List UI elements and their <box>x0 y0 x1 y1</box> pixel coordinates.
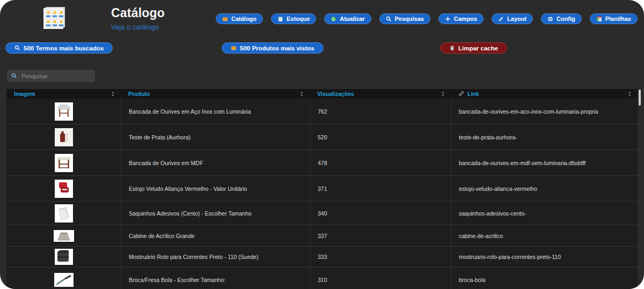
nav-button-label: Planilhas <box>605 16 631 22</box>
frasco-prata-thumb[interactable] <box>55 128 73 146</box>
app-panel: Catálogo Veja o catálogo CatálogoEstoque… <box>0 0 644 289</box>
link-icon <box>458 91 464 98</box>
product-cell: Saquinhos Adesivos (Cento) - Escolher Ta… <box>121 202 310 225</box>
sort-icon[interactable] <box>628 91 631 97</box>
toolbar-button-label: 500 Produtos mais vistos <box>240 45 314 51</box>
vertical-scrollbar[interactable] <box>639 90 641 106</box>
search-icon <box>11 71 17 81</box>
table-row[interactable]: Saquinhos Adesivos (Cento) - Escolher Ta… <box>6 202 638 225</box>
image-cell <box>6 124 121 150</box>
product-cell: Teste de Prata (Aurhora) <box>121 124 310 150</box>
trash-icon <box>449 45 455 51</box>
column-label: Produto <box>128 91 150 97</box>
nav-button-layout[interactable]: Layout <box>492 13 533 24</box>
views-cell: 333 <box>310 247 451 267</box>
image-cell <box>6 268 121 289</box>
product-cell: Bancada de Ourives em MDF <box>121 150 310 175</box>
table-header: ImagemProdutoVisualizaçõesLink <box>6 89 638 99</box>
box-icon <box>277 16 283 22</box>
nav-button-label: Atualizar <box>340 16 364 22</box>
column-header-visualizacoes[interactable]: Visualizações <box>310 89 451 99</box>
page-title: Catálogo <box>111 6 165 20</box>
toolbar-button-label: Limpar cache <box>458 45 498 51</box>
product-cell: Cabine de Acrílico Grande <box>121 225 310 246</box>
link-cell: teste-de-prata-aurhora- <box>451 124 638 150</box>
toolbar-button-500-produtos-mais-vistos[interactable]: 500 Produtos mais vistos <box>222 42 324 54</box>
toolbar-button-label: 500 Termos mais buscados <box>24 45 104 51</box>
catalog-grid-icon <box>41 6 67 32</box>
toolbar-button-limpar-cache[interactable]: Limpar cache <box>440 42 507 54</box>
table-row[interactable]: Bancada de Ourives em Aço Inox com Lumin… <box>6 99 638 124</box>
toolbar: 500 Termos mais buscados500 Produtos mai… <box>0 42 644 54</box>
views-cell: 337 <box>310 225 451 246</box>
views-cell: 340 <box>310 202 451 225</box>
plus-icon <box>445 16 451 22</box>
nav-button-label: Estoque <box>287 16 310 22</box>
nav-button-estoque[interactable]: Estoque <box>271 13 316 24</box>
image-cell <box>6 99 121 124</box>
product-cell: Bancada de Ourives em Aço Inox com Lumin… <box>121 99 310 124</box>
nav-button-pesquisas[interactable]: Pesquisas <box>379 13 430 24</box>
table-row[interactable]: Cabine de Acrílico Grande337cabine-de-ac… <box>6 225 638 247</box>
nav-button-label: Campos <box>454 16 477 22</box>
products-table: ImagemProdutoVisualizaçõesLink Bancada d… <box>6 89 638 289</box>
image-cell <box>6 247 121 267</box>
link-cell: estojo-veludo-alianca-vermelho <box>451 176 638 201</box>
bancada-mdf-thumb[interactable] <box>55 154 73 172</box>
link-cell: saquinhos-adesivos-cento- <box>451 202 638 225</box>
table-row[interactable]: Broca/Fresa Bola - Escolher Tamanho:310b… <box>6 268 638 289</box>
nav-button-label: Config <box>557 16 575 22</box>
search-box[interactable] <box>7 70 95 82</box>
image-cell <box>6 202 121 225</box>
column-header-produto[interactable]: Produto <box>121 89 310 99</box>
refresh-icon <box>331 16 336 22</box>
title-block: Catálogo Veja o catálogo <box>111 6 165 31</box>
link-cell: cabine-de-acrilico <box>451 225 638 246</box>
nav-buttons: CatálogoEstoqueAtualizarPesquisasCamposL… <box>216 13 638 24</box>
link-cell: bancada-de-ourives-em-mdf-sem-luminaria-… <box>451 150 638 175</box>
search-input[interactable] <box>20 72 91 80</box>
table-row[interactable]: Estojo Veludo Aliança Vermelho - Valor U… <box>6 176 638 202</box>
package-icon <box>222 16 228 22</box>
broca-thumb[interactable] <box>54 273 74 287</box>
nav-button-campos[interactable]: Campos <box>438 13 484 24</box>
sort-icon[interactable] <box>112 91 114 97</box>
bancada-inox-thumb[interactable] <box>55 102 73 121</box>
sort-icon[interactable] <box>442 91 444 97</box>
product-cell: Broca/Fresa Bola - Escolher Tamanho: <box>121 268 310 289</box>
spreadsheet-icon <box>596 16 602 22</box>
image-cell <box>6 176 121 201</box>
subtitle-link[interactable]: Veja o catálogo <box>111 23 165 31</box>
mostruario-thumb[interactable] <box>55 249 73 265</box>
product-cell: Mostruário Rolo para Correntes Preto - 1… <box>121 247 310 267</box>
image-cell <box>6 225 121 246</box>
column-header-imagem[interactable]: Imagem <box>6 89 121 99</box>
cabine-thumb[interactable] <box>54 230 74 242</box>
views-cell: 478 <box>310 150 451 175</box>
nav-button-catalogo[interactable]: Catálogo <box>216 13 263 24</box>
pencil-icon <box>498 16 504 22</box>
nav-button-planilhas[interactable]: Planilhas <box>590 13 638 24</box>
link-cell: broca-bola <box>451 268 638 289</box>
nav-button-label: Pesquisas <box>395 16 424 22</box>
table-row[interactable]: Teste de Prata (Aurhora)520teste-de-prat… <box>6 124 638 150</box>
magnifier-icon <box>14 45 20 51</box>
views-cell: 762 <box>310 99 451 124</box>
nav-button-label: Layout <box>507 16 526 22</box>
estojo-vermelho-thumb[interactable] <box>55 180 73 198</box>
image-cell <box>6 150 121 175</box>
table-body: Bancada de Ourives em Aço Inox com Lumin… <box>6 99 638 289</box>
gear-icon <box>547 16 553 22</box>
column-header-link[interactable]: Link <box>451 89 638 99</box>
saquinhos-thumb[interactable] <box>55 204 73 223</box>
toolbar-button-500-termos-mais-buscados[interactable]: 500 Termos mais buscados <box>5 42 113 54</box>
link-cell: mostruario-rolo-para-correntes-preto-110 <box>451 247 638 267</box>
table-row[interactable]: Bancada de Ourives em MDF478bancada-de-o… <box>6 150 638 176</box>
sort-icon[interactable] <box>301 91 303 97</box>
table-row[interactable]: Mostruário Rolo para Correntes Preto - 1… <box>6 247 638 268</box>
nav-button-config[interactable]: Config <box>541 13 582 24</box>
column-label: Visualizações <box>317 91 354 97</box>
views-cell: 310 <box>310 268 451 289</box>
column-label: Imagem <box>14 91 35 97</box>
nav-button-atualizar[interactable]: Atualizar <box>324 13 371 24</box>
